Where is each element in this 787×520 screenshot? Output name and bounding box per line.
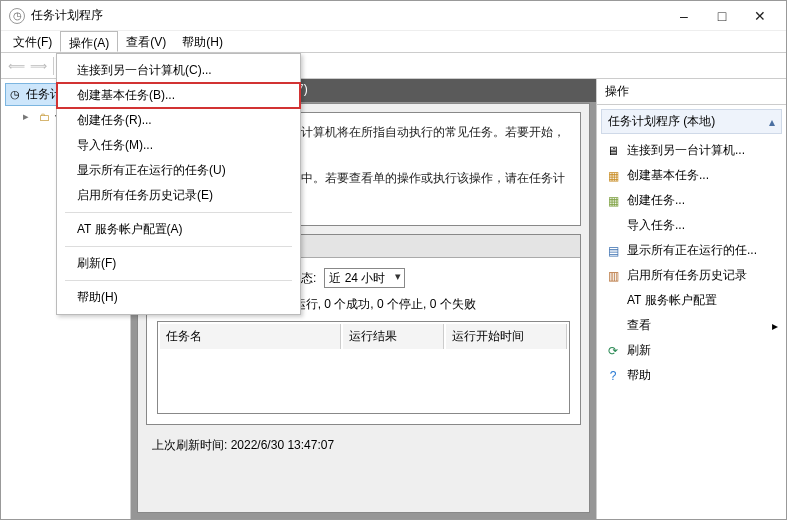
action-at-account[interactable]: AT 服务帐户配置 [601, 288, 782, 313]
col-run-result[interactable]: 运行结果 [343, 324, 444, 349]
menu-create-basic-task[interactable]: 创建基本任务(B)... [57, 83, 300, 108]
action-label: 创建任务... [627, 192, 685, 209]
action-connect-computer[interactable]: 🖥 连接到另一台计算机... [601, 138, 782, 163]
action-label: 查看 [627, 317, 651, 334]
menu-connect-computer[interactable]: 连接到另一台计算机(C)... [57, 58, 300, 83]
minimize-button[interactable]: – [666, 4, 702, 28]
action-label: 创建基本任务... [627, 167, 709, 184]
actions-title: 操作 [597, 79, 786, 105]
task-icon: ▦ [605, 193, 621, 209]
back-button[interactable]: ⟸ [5, 55, 27, 77]
clock-icon: ◷ [8, 88, 22, 102]
action-label: 启用所有任务历史记录 [627, 267, 747, 284]
menu-show-running[interactable]: 显示所有正在运行的任务(U) [57, 158, 300, 183]
menubar: 文件(F) 操作(A) 查看(V) 帮助(H) [1, 31, 786, 53]
table-row [160, 351, 567, 411]
chevron-right-icon: ▸ [772, 319, 778, 333]
action-label: 显示所有正在运行的任... [627, 242, 757, 259]
col-task-name[interactable]: 任务名 [160, 324, 341, 349]
refresh-icon: ⟳ [605, 343, 621, 359]
collapse-icon: ▴ [769, 115, 775, 129]
action-label: 连接到另一台计算机... [627, 142, 745, 159]
chevron-right-icon: ▸ [19, 110, 33, 124]
menu-separator [65, 212, 292, 213]
action-label: AT 服务帐户配置 [627, 292, 717, 309]
menu-refresh[interactable]: 刷新(F) [57, 251, 300, 276]
blank-icon [605, 293, 621, 309]
blank-icon [605, 318, 621, 334]
last-refresh-footer: 上次刷新时间: 2022/6/30 13:47:07 [146, 433, 581, 458]
action-label: 帮助 [627, 367, 651, 384]
divider [53, 57, 54, 75]
app-icon: ◷ [9, 8, 25, 24]
actions-group-head[interactable]: 任务计划程序 (本地) ▴ [601, 109, 782, 134]
action-import-task[interactable]: 导入任务... [601, 213, 782, 238]
status-period-select[interactable]: 近 24 小时 [324, 268, 405, 288]
actions-group-label: 任务计划程序 (本地) [608, 113, 715, 130]
action-label: 导入任务... [627, 217, 685, 234]
action-dropdown: 连接到另一台计算机(C)... 创建基本任务(B)... 创建任务(R)... … [56, 53, 301, 315]
menu-at-account[interactable]: AT 服务帐户配置(A) [57, 217, 300, 242]
action-help[interactable]: ? 帮助 [601, 363, 782, 388]
menu-view[interactable]: 查看(V) [118, 31, 174, 52]
action-refresh[interactable]: ⟳ 刷新 [601, 338, 782, 363]
menu-import-task[interactable]: 导入任务(M)... [57, 133, 300, 158]
menu-help[interactable]: 帮助(H) [57, 285, 300, 310]
folder-icon: 🗀 [37, 110, 51, 124]
action-create-task[interactable]: ▦ 创建任务... [601, 188, 782, 213]
computer-icon: 🖥 [605, 143, 621, 159]
menu-separator [65, 280, 292, 281]
action-show-running[interactable]: ▤ 显示所有正在运行的任... [601, 238, 782, 263]
action-create-basic-task[interactable]: ▦ 创建基本任务... [601, 163, 782, 188]
task-status-table: 任务名 运行结果 运行开始时间 [157, 321, 570, 414]
task-icon: ▦ [605, 168, 621, 184]
history-icon: ▥ [605, 268, 621, 284]
action-enable-history[interactable]: ▥ 启用所有任务历史记录 [601, 263, 782, 288]
col-start-time[interactable]: 运行开始时间 [446, 324, 567, 349]
menu-create-task[interactable]: 创建任务(R)... [57, 108, 300, 133]
import-icon [605, 218, 621, 234]
window-title: 任务计划程序 [31, 7, 666, 24]
action-label: 刷新 [627, 342, 651, 359]
menu-action[interactable]: 操作(A) [60, 31, 118, 52]
help-icon: ? [605, 368, 621, 384]
close-button[interactable]: ✕ [742, 4, 778, 28]
menu-file[interactable]: 文件(F) [5, 31, 60, 52]
list-icon: ▤ [605, 243, 621, 259]
menu-enable-history[interactable]: 启用所有任务历史记录(E) [57, 183, 300, 208]
maximize-button[interactable]: □ [704, 4, 740, 28]
titlebar: ◷ 任务计划程序 – □ ✕ [1, 1, 786, 31]
menu-separator [65, 246, 292, 247]
menu-help[interactable]: 帮助(H) [174, 31, 231, 52]
forward-button[interactable]: ⟹ [27, 55, 49, 77]
action-view[interactable]: 查看 ▸ [601, 313, 782, 338]
actions-pane: 操作 任务计划程序 (本地) ▴ 🖥 连接到另一台计算机... ▦ 创建基本任务… [596, 79, 786, 519]
